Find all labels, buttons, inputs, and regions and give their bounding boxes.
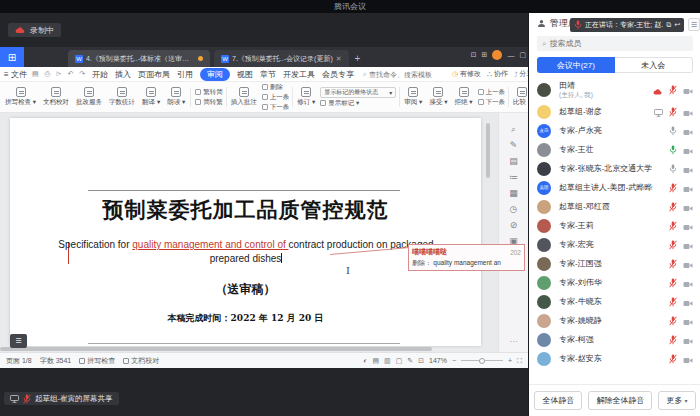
mic-icon[interactable] <box>669 160 677 178</box>
tab-not-joined[interactable]: 未入会 <box>615 57 694 73</box>
menu-章节[interactable]: 章节 <box>260 69 276 80</box>
mic-muted-icon[interactable] <box>669 236 677 254</box>
document-tab-2[interactable]: W7.《预制菜委托..-会议记录(更新)✕ <box>214 50 349 67</box>
participant-row-2[interactable]: 起草组-谢彦 <box>529 102 700 121</box>
close-tab-icon[interactable]: ✕ <box>336 55 342 63</box>
camera-icon[interactable] <box>683 236 693 254</box>
participant-row-1[interactable]: 田靖(主持人, 我) <box>529 77 700 102</box>
ribbon-button-比较[interactable]: 比较 ▾ <box>508 87 528 107</box>
fit-page-icon[interactable]: ⊡ <box>418 357 424 365</box>
pen-icon[interactable]: ✎ <box>407 357 413 365</box>
ribbon-button-删除[interactable]: 删除 <box>262 83 290 92</box>
camera-icon[interactable] <box>683 293 693 311</box>
ribbon-button-显示标记[interactable]: 显示标记 ▾ <box>320 99 396 108</box>
camera-icon[interactable] <box>683 81 693 99</box>
ribbon-button-朗读[interactable]: 朗读 ▾ <box>165 87 187 107</box>
minimize-button[interactable]: — <box>507 52 514 59</box>
participant-row-7[interactable]: 起草组-邓红霞 <box>529 197 700 216</box>
participant-row-12[interactable]: 专家-牛晓东 <box>529 292 700 311</box>
mic-muted-icon[interactable] <box>669 217 677 235</box>
participant-row-9[interactable]: 专家-宏亮 <box>529 235 700 254</box>
ribbon-button-下一条[interactable]: 下一条 <box>478 98 506 107</box>
menu-插入[interactable]: 插入 <box>115 69 131 80</box>
side-tool-icon[interactable]: ≔ <box>509 173 518 182</box>
ribbon-button-文档校对[interactable]: 文档校对 <box>41 87 71 107</box>
outline-view-icon[interactable]: ▢ <box>396 357 403 365</box>
camera-icon[interactable] <box>683 255 693 273</box>
menu-视图[interactable]: 视图 <box>237 69 253 80</box>
markup-state-dropdown[interactable]: 显示标记的最终状态▾ <box>320 87 396 98</box>
file-menu[interactable]: ≡ 文件 <box>4 69 27 80</box>
zoom-level[interactable]: 147% <box>429 357 447 364</box>
wps-home-button[interactable]: ⊞ <box>0 47 24 67</box>
spellcheck-toggle[interactable]: 拼写检查 <box>79 356 115 366</box>
print-layout-icon[interactable]: ▤ <box>372 357 379 365</box>
side-tool-icon[interactable]: ⌕ <box>511 125 516 134</box>
panel-handle[interactable]: ☰ <box>688 18 700 31</box>
menu-开发工具[interactable]: 开发工具 <box>283 69 315 80</box>
menu-会员专享[interactable]: 会员专享 <box>322 69 354 80</box>
mic-muted-icon[interactable] <box>669 331 677 349</box>
new-tab-button[interactable]: + <box>355 53 361 64</box>
zoom-slider[interactable] <box>461 360 503 361</box>
menubar-collaborate-button[interactable]: ⛬协作 <box>487 69 508 79</box>
camera-icon[interactable] <box>683 312 693 330</box>
proofing-toggle[interactable]: 文档校对 <box>123 356 159 366</box>
side-tool-icon[interactable]: ✎ <box>510 141 518 150</box>
menu-开始[interactable]: 开始 <box>92 69 108 80</box>
camera-icon[interactable] <box>683 274 693 292</box>
ribbon-button-上一条[interactable]: 上一条 <box>262 93 290 102</box>
camera-icon[interactable] <box>683 103 693 121</box>
quick-access-icons[interactable]: ▤ ⎙ ⌲ ↶ ↷ <box>32 70 87 78</box>
ribbon-button-上一条[interactable]: 上一条 <box>478 88 506 97</box>
unmute-all-button[interactable]: 解除全体静音 <box>588 391 652 410</box>
participant-row-6[interactable]: 美团起草组主讲人-美团-武晔晔 <box>529 178 700 197</box>
command-search[interactable]: ⌕ <box>363 70 447 78</box>
mic-muted-icon[interactable] <box>669 255 677 273</box>
participant-row-15[interactable]: 专家-赵安东 <box>529 349 700 368</box>
word-count[interactable]: 字数 3541 <box>40 356 72 366</box>
command-search-input[interactable] <box>369 71 447 78</box>
ribbon-button-翻译[interactable]: 翻译 ▾ <box>140 87 162 107</box>
participant-row-13[interactable]: 专家-姚晓静 <box>529 311 700 330</box>
camera-icon[interactable] <box>683 350 693 368</box>
participant-row-4[interactable]: 专家-王壮 <box>529 140 700 159</box>
mic-muted-icon[interactable] <box>669 293 677 311</box>
mic-muted-icon[interactable] <box>669 312 677 330</box>
participant-row-11[interactable]: 专家-刘伟华 <box>529 273 700 292</box>
ribbon-button-批改服务[interactable]: 批改服务 <box>74 87 104 107</box>
side-tool-icon[interactable]: ▤ <box>509 157 518 166</box>
menu-引用[interactable]: 引用 <box>177 69 193 80</box>
menu-页面布局[interactable]: 页面布局 <box>138 69 170 80</box>
mic-muted-icon[interactable] <box>669 81 677 99</box>
grid-icon[interactable]: ⊞ <box>482 51 488 59</box>
zoom-in-button[interactable]: + <box>508 357 512 364</box>
participant-row-8[interactable]: 专家-王莉 <box>529 216 700 235</box>
horizontal-scrollbar[interactable] <box>0 347 481 351</box>
menubar-modified-status[interactable]: ◷有修改 <box>452 69 481 79</box>
ribbon-button-修订[interactable]: 修订 ▾ <box>292 87 317 107</box>
mic-muted-icon[interactable] <box>669 350 677 368</box>
web-layout-icon[interactable]: ▥ <box>384 357 391 365</box>
revision-comment[interactable]: 喵喵喵喵哒 202 删除： quality management an <box>408 244 525 271</box>
outline-nav-button[interactable]: ☰ <box>10 334 27 348</box>
mic-muted-icon[interactable] <box>669 198 677 216</box>
mic-muted-icon[interactable] <box>669 274 677 292</box>
participant-row-14[interactable]: 专家-柯强 <box>529 330 700 349</box>
ribbon-button-接受[interactable]: 接受 ▾ <box>427 87 449 107</box>
fullscreen-icon[interactable]: ⛶ <box>517 357 522 365</box>
ribbon-button-字数统计[interactable]: 字数统计 <box>107 87 137 107</box>
participant-row-5[interactable]: 专家-张晓东-北京交通大学 <box>529 159 700 178</box>
camera-icon[interactable] <box>683 217 693 235</box>
mute-all-button[interactable]: 全体静音 <box>534 391 582 410</box>
ribbon-button-简转繁[interactable]: 简转繁 <box>195 98 223 107</box>
maximize-button[interactable]: ▢ <box>519 51 526 59</box>
more-button[interactable]: 更多▾ <box>658 391 695 410</box>
account-avatar[interactable] <box>492 50 502 60</box>
tab-in-meeting[interactable]: 会议中(27) <box>537 57 615 73</box>
popout-icon[interactable]: ⧉ <box>666 21 671 29</box>
participant-row-10[interactable]: 专家-江国强 <box>529 254 700 273</box>
document-page[interactable]: 预制菜委托加工品质管控规范 Specification for quality … <box>10 118 481 346</box>
document-tab-1[interactable]: W4.《预制菜委托..-体标准（送审稿） <box>68 50 210 67</box>
side-tool-icon[interactable]: ▦ <box>509 189 518 198</box>
